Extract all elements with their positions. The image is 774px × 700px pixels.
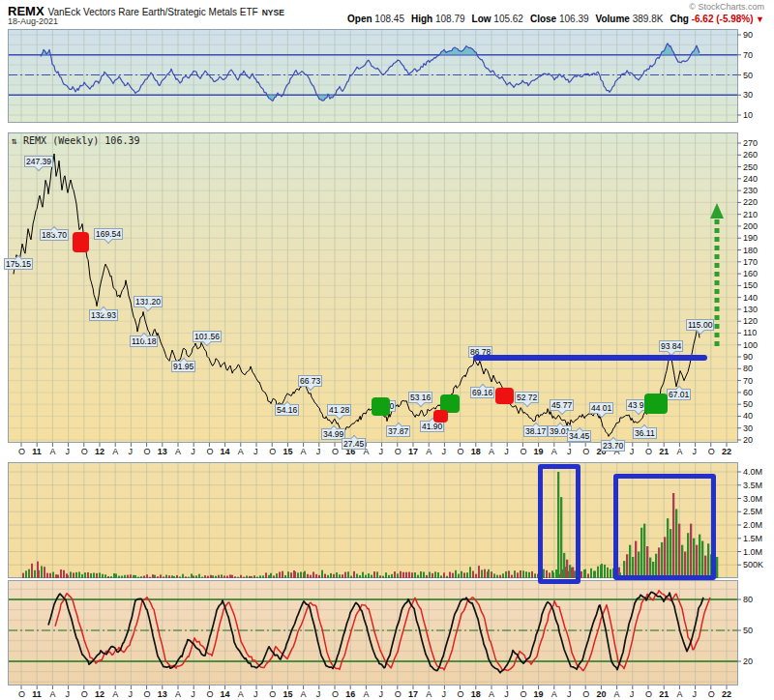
axis-label: A (175, 689, 181, 699)
axis-label: J (630, 447, 635, 456)
axis-label: 240 (743, 174, 758, 184)
axis-label: 80 (743, 364, 753, 373)
red-signal-marker (433, 410, 448, 423)
axis-label: J (191, 447, 195, 456)
red-signal-marker (73, 232, 89, 252)
axis-label: 50 (743, 399, 753, 409)
axis-label: 17 (408, 689, 418, 699)
stockcharts-chart: REMXVanEck Vectors Rare Earth/Strategic … (0, 0, 774, 700)
axis-label: 150 (743, 280, 758, 290)
axis-label: 12 (95, 689, 104, 699)
axis-label: 18 (471, 689, 481, 699)
axis-label: 30 (743, 90, 753, 100)
axis-label: O (18, 447, 25, 456)
axis-label: A (551, 689, 557, 699)
price-label: 45.77 (550, 399, 574, 411)
axis-label: J (504, 447, 509, 456)
price-label: 44.01 (589, 402, 613, 414)
axis-label: 15 (283, 689, 292, 699)
axis-label: 22 (722, 447, 731, 456)
axis-label: J (693, 447, 698, 456)
axis-label: O (18, 689, 25, 699)
axis-label: A (676, 689, 682, 699)
axis-label: O (520, 689, 526, 699)
axis-label: J (191, 689, 195, 699)
axis-label: A (614, 689, 620, 699)
axis-label: O (269, 689, 276, 699)
price-label: 93.84 (659, 340, 683, 352)
price-label: 115.00 (686, 319, 714, 331)
axis-label: J (441, 689, 446, 699)
axis-label: 13 (158, 689, 167, 699)
axis-label: O (645, 689, 652, 699)
axis-label: 180 (743, 246, 758, 255)
axis-label: O (458, 689, 464, 699)
axis-label: J (316, 447, 321, 456)
axis-label: A (489, 689, 494, 699)
price-label: 52.72 (515, 392, 539, 403)
axis-label: 4.0M (743, 467, 762, 477)
price-label: 36.11 (633, 427, 657, 439)
axis-label: A (301, 447, 307, 456)
axis-label: 19 (534, 689, 544, 699)
axis-label: J (441, 447, 446, 456)
axis-label: A (49, 689, 55, 699)
axis-label: 17 (408, 447, 418, 456)
axis-label: A (49, 447, 55, 456)
volume-highlight-box (538, 464, 580, 584)
axis-label: 1.5M (743, 534, 762, 543)
axis-label: 160 (743, 269, 758, 278)
volume-highlight-box (613, 474, 716, 580)
axis-label: J (567, 689, 572, 699)
axis-label: A (426, 689, 432, 699)
axis-label: O (144, 689, 151, 699)
price-label: 27.45 (342, 438, 366, 450)
axis-label: J (253, 689, 258, 699)
axis-label: J (567, 447, 572, 456)
price-label: 183.70 (40, 229, 69, 241)
axis-label: 140 (743, 293, 758, 303)
axis-label: J (379, 689, 384, 699)
price-label: 131.20 (134, 296, 163, 307)
price-label: 169.54 (94, 228, 123, 240)
axis-label: 70 (743, 376, 753, 386)
axis-label: 30 (743, 423, 753, 433)
axis-label: 2.5M (743, 507, 762, 516)
axis-label: J (253, 447, 258, 456)
axis-label: J (630, 689, 635, 699)
axis-label: 1.0M (743, 547, 762, 557)
axis-label: 220 (743, 197, 758, 207)
axis-label: 80 (743, 595, 753, 604)
price-label: 110.18 (130, 335, 158, 347)
axis-label: 13 (158, 447, 167, 456)
axis-label: O (395, 689, 402, 699)
axis-label: 50 (743, 71, 753, 80)
price-label: 66.73 (298, 375, 322, 387)
axis-label: J (128, 689, 133, 699)
axis-label: 90 (743, 352, 753, 362)
axis-label: O (520, 447, 526, 456)
price-label: 41.28 (327, 404, 351, 416)
axis-label: 500K (743, 560, 763, 569)
axis-label: O (582, 447, 589, 456)
axis-label: 200 (743, 221, 758, 231)
axis-label: 40 (743, 411, 753, 421)
chart-title: ⇅ REMX (Weekly) 106.39 (12, 135, 139, 146)
axis-label: 250 (743, 162, 758, 172)
axis-label: 170 (743, 257, 758, 267)
price-label: 67.01 (667, 389, 691, 400)
price-label: 34.45 (567, 430, 591, 442)
axis-label: J (693, 689, 698, 699)
axis-label: 11 (32, 447, 42, 456)
price-label: 101.56 (193, 331, 222, 342)
axis-label: J (504, 689, 509, 699)
resistance-line-annotation (473, 355, 707, 361)
price-label: 23.70 (601, 440, 625, 452)
axis-label: 14 (221, 689, 230, 699)
axis-label: A (112, 447, 118, 456)
axis-label: A (112, 689, 118, 699)
axis-label: 18 (471, 447, 481, 456)
axis-label: J (128, 447, 133, 456)
axis-label: A (175, 447, 181, 456)
axis-label: 60 (743, 388, 753, 397)
